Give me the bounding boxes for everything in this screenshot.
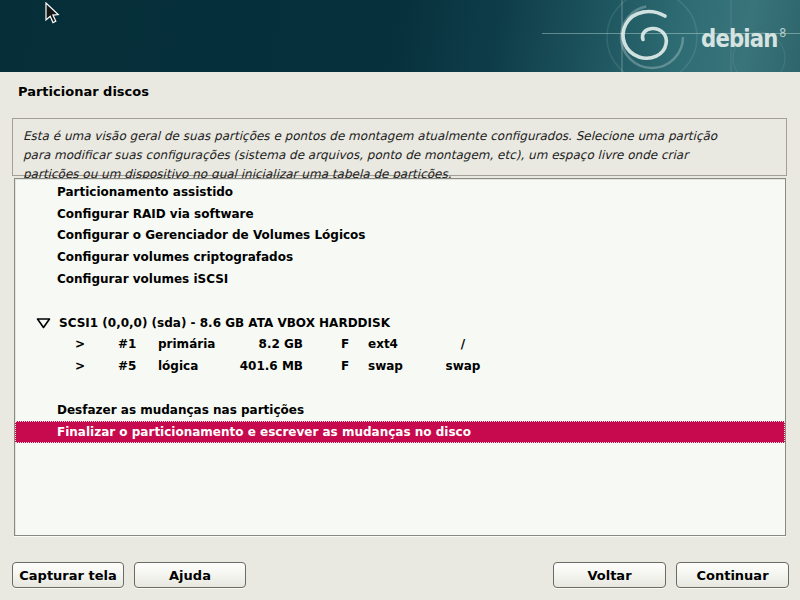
screenshot-button[interactable]: Capturar tela — [12, 562, 124, 588]
partition-type: primária — [158, 337, 215, 351]
list-item-configure-iscsi[interactable]: Configurar volumes iSCSI — [15, 268, 785, 290]
partition-marker: > — [74, 337, 86, 351]
partition-number: #1 — [118, 337, 136, 351]
partition-mountpoint: swap — [435, 359, 491, 373]
list-item-label: Configurar volumes criptografados — [15, 250, 293, 264]
partition-flag: F — [335, 359, 355, 373]
list-item-guided-partitioning[interactable]: Particionamento assistido — [15, 181, 785, 203]
list-item-configure-raid[interactable]: Configurar RAID via software — [15, 203, 785, 225]
list-spacer-row — [15, 290, 785, 312]
list-item-finish-partitioning[interactable]: Finalizar o particionamento e escrever a… — [15, 421, 785, 443]
partition-filesystem: ext4 — [368, 337, 398, 351]
partition-list-rows: Particionamento assistido Configurar RAI… — [15, 179, 785, 535]
back-button[interactable]: Voltar — [553, 562, 666, 588]
list-item-partition-5[interactable]: > #5 lógica 401.6 MB F swap swap — [15, 355, 785, 377]
list-item-label: Configurar o Gerenciador de Volumes Lógi… — [15, 228, 366, 242]
partition-marker: > — [74, 359, 86, 373]
list-item-label: Configurar RAID via software — [15, 207, 254, 221]
list-item-label: Particionamento assistido — [15, 185, 233, 199]
list-item-disk-sda[interactable]: SCSI1 (0,0,0) (sda) - 8.6 GB ATA VBOX HA… — [15, 312, 785, 334]
partition-size: 8.2 GB — [210, 337, 303, 351]
disk-label: SCSI1 (0,0,0) (sda) - 8.6 GB ATA VBOX HA… — [59, 316, 390, 330]
page-title: Particionar discos — [18, 84, 149, 99]
partition-number: #5 — [118, 359, 136, 373]
list-item-configure-encrypted[interactable]: Configurar volumes criptografados — [15, 246, 785, 268]
list-item-label: Desfazer as mudanças nas partições — [15, 403, 304, 417]
list-item-partition-1[interactable]: > #1 primária 8.2 GB F ext4 / — [15, 334, 785, 356]
partition-flag: F — [335, 337, 355, 351]
partition-size: 401.6 MB — [210, 359, 303, 373]
partition-filesystem: swap — [368, 359, 403, 373]
description-text: Esta é uma visão geral de suas partições… — [23, 129, 717, 181]
help-button[interactable]: Ajuda — [134, 562, 246, 588]
continue-button[interactable]: Continuar — [676, 562, 789, 588]
list-item-label: Finalizar o particionamento e escrever a… — [15, 425, 471, 439]
list-item-undo-changes[interactable]: Desfazer as mudanças nas partições — [15, 399, 785, 421]
partition-list[interactable]: Particionamento assistido Configurar RAI… — [14, 178, 786, 536]
debian-installer-window: { "header": { "brand": "debian", "versio… — [0, 0, 800, 600]
brand-name: debian — [701, 24, 777, 53]
partition-type: lógica — [158, 359, 198, 373]
description-box: Esta é uma visão geral de suas partições… — [12, 118, 787, 176]
mouse-cursor-icon — [44, 2, 62, 26]
brand-version: 8 — [779, 25, 786, 40]
list-item-label: Configurar volumes iSCSI — [15, 272, 228, 286]
debian-logotype: debian8 — [701, 24, 786, 53]
header-banner: debian8 — [0, 0, 800, 72]
list-item-configure-lvm[interactable]: Configurar o Gerenciador de Volumes Lógi… — [15, 225, 785, 247]
partition-mountpoint: / — [435, 337, 491, 351]
expander-triangle-down-icon[interactable] — [36, 317, 51, 329]
list-spacer-row — [15, 377, 785, 399]
